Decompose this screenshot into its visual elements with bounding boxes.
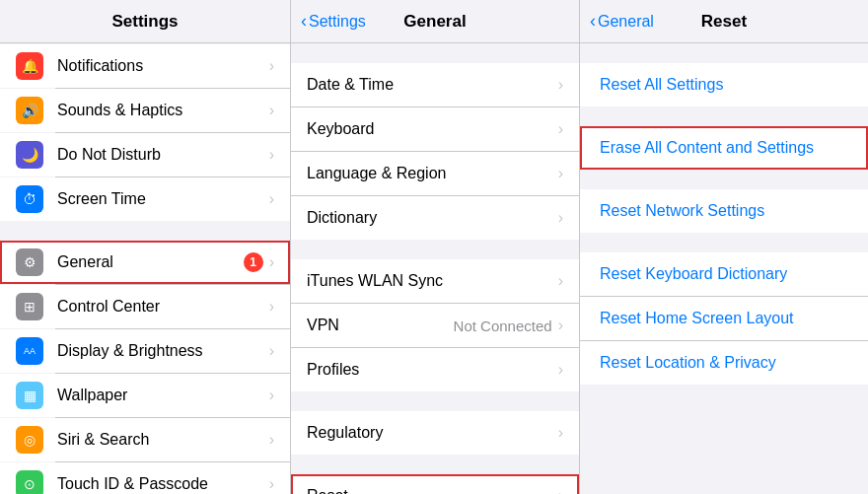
mid-item-chevron-profiles: › [558,361,563,379]
reset-item-resetall[interactable]: Reset All Settings [580,63,868,106]
mid-list: Date & Time›Keyboard›Language & Region›D… [291,43,579,494]
item-right-controlcenter: › [269,298,274,316]
group-separator [291,240,579,259]
mid-item-itunes[interactable]: iTunes WLAN Sync› [291,259,579,303]
sidebar-item-label-wallpaper: Wallpaper [57,387,269,404]
screentime-icon: ⏱ [16,185,43,213]
mid-item-right-itunes: › [558,272,563,290]
chevron-touchid: › [269,475,274,493]
reset-item-label-eraseall: Erase All Content and Settings [600,139,814,157]
reset-item-eraseall[interactable]: Erase All Content and Settings [580,126,868,170]
item-right-siri: › [269,431,274,449]
reset-group-separator-3 [580,233,868,252]
reset-item-resethome[interactable]: Reset Home Screen Layout [580,297,868,340]
mid-item-language[interactable]: Language & Region› [291,152,579,195]
mid-items-container: Date & Time›Keyboard›Language & Region›D… [291,43,579,494]
sounds-icon: 🔊 [16,97,43,124]
mid-item-label-language: Language & Region [307,165,558,182]
sidebar-item-screentime[interactable]: ⏱Screen Time› [0,177,290,221]
mid-item-label-vpn: VPN [307,317,454,334]
mid-item-keyboard[interactable]: Keyboard› [291,107,579,151]
mid-item-regulatory[interactable]: Regulatory› [291,411,579,455]
right-back-button[interactable]: ‹ General [590,11,654,32]
sidebar-item-controlcenter[interactable]: ⊞Control Center› [0,285,290,328]
mid-item-right-language: › [558,165,563,182]
mid-item-chevron-language: › [558,165,563,182]
mid-item-value-vpn: Not Connected [454,318,552,334]
mid-item-datetime[interactable]: Date & Time› [291,63,579,106]
right-column: ‹ General Reset Reset All SettingsErase … [580,0,868,494]
mid-item-chevron-regulatory: › [558,424,563,442]
chevron-screentime: › [269,190,274,208]
right-group-0: Reset All Settings [580,63,868,106]
right-header: ‹ General Reset [580,0,868,43]
mid-group-0: Date & Time›Keyboard›Language & Region›D… [291,63,579,240]
group-separator [291,43,579,63]
reset-group-separator-1 [580,106,868,126]
left-header: Settings [0,0,290,43]
sidebar-item-label-donotdisturb: Do Not Disturb [57,146,269,164]
item-right-donotdisturb: › [269,146,274,164]
display-icon: AA [16,337,43,365]
left-list: 🔔Notifications›🔊Sounds & Haptics›🌙Do Not… [0,43,290,494]
reset-item-label-resetkeyboard: Reset Keyboard Dictionary [600,265,787,283]
sidebar-item-label-display: Display & Brightness [57,342,269,360]
mid-item-label-profiles: Profiles [307,361,558,379]
sidebar-item-label-general: General [57,253,244,271]
mid-item-profiles[interactable]: Profiles› [291,348,579,391]
reset-group-separator-2 [580,170,868,189]
left-title: Settings [111,12,178,32]
mid-back-chevron: ‹ [301,11,307,32]
right-group-3: Reset Keyboard DictionaryReset Home Scre… [580,252,868,385]
mid-back-button[interactable]: ‹ Settings [301,11,366,32]
siri-icon: ◎ [16,426,43,454]
mid-column: ‹ Settings General Date & Time›Keyboard›… [291,0,580,494]
item-right-touchid: › [269,475,274,493]
reset-item-resetlocation[interactable]: Reset Location & Privacy [580,341,868,385]
touchid-icon: ⊙ [16,470,43,494]
sidebar-item-donotdisturb[interactable]: 🌙Do Not Disturb› [0,133,290,176]
sidebar-item-sounds[interactable]: 🔊Sounds & Haptics› [0,89,290,132]
chevron-donotdisturb: › [269,146,274,164]
group-separator [291,391,579,411]
mid-item-reset[interactable]: Reset› [291,474,579,494]
reset-item-label-resethome: Reset Home Screen Layout [600,310,794,327]
mid-item-dictionary[interactable]: Dictionary› [291,196,579,240]
mid-item-right-regulatory: › [558,424,563,442]
mid-item-label-itunes: iTunes WLAN Sync [307,272,558,290]
mid-item-label-keyboard: Keyboard [307,120,558,138]
mid-title: General [403,12,466,32]
reset-group-separator-0 [580,43,868,63]
sidebar-item-label-notifications: Notifications [57,57,269,75]
right-items-container: Reset All SettingsErase All Content and … [580,43,868,385]
mid-item-right-dictionary: › [558,209,563,227]
sidebar-item-wallpaper[interactable]: ▦Wallpaper› [0,374,290,417]
mid-item-label-reset: Reset [307,487,558,494]
sidebar-item-label-screentime: Screen Time [57,190,269,208]
sidebar-item-label-siri: Siri & Search [57,431,269,449]
mid-item-chevron-datetime: › [558,76,563,94]
sidebar-item-touchid[interactable]: ⊙Touch ID & Passcode› [0,462,290,494]
sidebar-item-notifications[interactable]: 🔔Notifications› [0,44,290,88]
chevron-display: › [269,342,274,360]
general-icon: ⚙ [16,248,43,276]
right-title: Reset [701,12,747,32]
mid-item-vpn[interactable]: VPNNot Connected› [291,304,579,347]
item-right-notifications: › [269,57,274,75]
reset-item-label-resetnetwork: Reset Network Settings [600,202,764,220]
left-column: Settings 🔔Notifications›🔊Sounds & Haptic… [0,0,291,494]
mid-item-chevron-keyboard: › [558,120,563,138]
reset-item-resetkeyboard[interactable]: Reset Keyboard Dictionary [580,252,868,296]
sidebar-item-label-touchid: Touch ID & Passcode [57,475,269,493]
reset-item-resetnetwork[interactable]: Reset Network Settings [580,189,868,233]
sidebar-item-general[interactable]: ⚙General1› [0,241,290,284]
mid-item-right-vpn: Not Connected› [454,317,563,334]
right-group-2: Reset Network Settings [580,189,868,233]
wallpaper-icon: ▦ [16,382,43,409]
chevron-controlcenter: › [269,298,274,316]
sidebar-item-siri[interactable]: ◎Siri & Search› [0,418,290,461]
chevron-siri: › [269,431,274,449]
sidebar-item-display[interactable]: AADisplay & Brightness› [0,329,290,373]
mid-item-label-regulatory: Regulatory [307,424,558,442]
chevron-wallpaper: › [269,387,274,404]
